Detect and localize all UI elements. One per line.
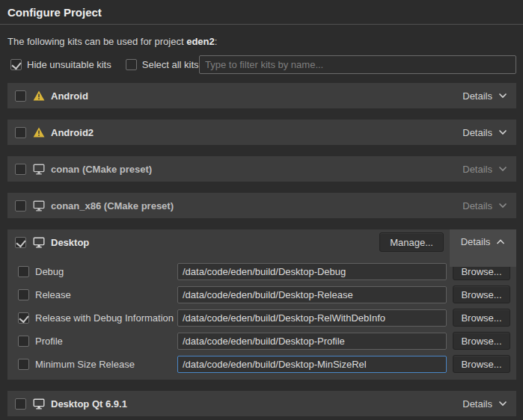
build-config-row-relwithdebinfo: Release with Debug Information Browse... <box>18 309 510 327</box>
kit-checkbox[interactable] <box>15 164 26 175</box>
warning-icon <box>33 90 45 101</box>
details-toggle[interactable]: Details <box>462 164 507 175</box>
desktop-icon <box>33 237 45 248</box>
details-label: Details <box>462 90 492 102</box>
kit-name: Android2 <box>51 127 94 138</box>
kit-checkbox[interactable] <box>15 200 26 211</box>
kit-name: conan_x86 (CMake preset) <box>51 200 174 211</box>
intro-text: The following kits can be used for proje… <box>0 25 523 47</box>
build-dir-input[interactable] <box>177 286 447 303</box>
build-dir-input[interactable] <box>177 263 447 280</box>
build-config-label: Release <box>35 289 71 300</box>
build-config-label: Release with Debug Information <box>35 312 174 324</box>
details-label: Details <box>462 164 492 175</box>
build-config-row-debug: Debug Browse... <box>18 262 510 280</box>
details-label: Details <box>462 200 492 211</box>
details-toggle[interactable]: Details <box>462 398 507 410</box>
build-config-checkbox[interactable] <box>18 266 29 277</box>
intro-after: : <box>215 36 218 47</box>
kit-header[interactable]: conan (CMake preset) Details <box>7 156 516 182</box>
intro-before: The following kits can be used for proje… <box>7 36 186 47</box>
browse-button[interactable]: Browse... <box>453 332 510 350</box>
details-label: Details <box>462 398 492 410</box>
chevron-up-icon <box>496 239 505 245</box>
browse-button[interactable]: Browse... <box>453 355 510 373</box>
details-toggle[interactable]: Details <box>462 127 507 138</box>
build-dir-input[interactable] <box>177 309 447 327</box>
desktop-build-config-list: Debug Browse... Release Browse... Releas… <box>7 255 516 373</box>
kit-header[interactable]: Android Details <box>7 83 516 108</box>
kit-row-android2: Android2 Details <box>7 120 516 145</box>
chevron-down-icon <box>498 93 507 99</box>
build-config-checkbox-group[interactable]: Minimum Size Release <box>18 359 177 370</box>
kit-filter-input[interactable] <box>199 55 516 74</box>
build-config-checkbox-group[interactable]: Release with Debug Information <box>18 312 177 324</box>
hide-unsuitable-checkbox[interactable] <box>10 59 22 70</box>
browse-button[interactable]: Browse... <box>453 285 510 303</box>
select-all-kits-checkbox-group[interactable]: Select all kits <box>126 59 199 70</box>
kit-row-android: Android Details <box>7 83 516 108</box>
kit-row-conan-x86: conan_x86 (CMake preset) Details <box>7 193 516 218</box>
kit-name: conan (CMake preset) <box>51 164 152 175</box>
build-config-label: Minimum Size Release <box>35 359 135 370</box>
kit-checkbox[interactable] <box>15 90 26 102</box>
chevron-down-icon <box>498 166 507 172</box>
kit-row-desktop: Desktop Manage... Details Debug Browse..… <box>7 229 516 380</box>
select-all-checkbox[interactable] <box>126 59 137 70</box>
build-config-row-minsizerel: Minimum Size Release Browse... <box>18 355 510 373</box>
manage-kits-button[interactable]: Manage... <box>379 232 444 252</box>
chevron-down-icon <box>498 401 507 407</box>
build-config-label: Profile <box>35 336 63 347</box>
details-toggle[interactable]: Details <box>461 236 506 247</box>
details-toggle[interactable]: Details <box>462 200 507 211</box>
build-config-checkbox[interactable] <box>18 359 29 370</box>
desktop-icon <box>33 200 45 211</box>
kit-name: Android <box>51 90 88 102</box>
page-header: Configure Project <box>0 0 523 25</box>
project-name: eden2 <box>186 36 215 47</box>
warning-icon <box>33 127 45 138</box>
kit-checkbox[interactable] <box>15 127 26 138</box>
build-config-row-release: Release Browse... <box>18 285 510 303</box>
details-toggle-active-block[interactable]: Details <box>450 229 516 267</box>
build-config-checkbox-group[interactable]: Release <box>18 289 177 300</box>
hide-unsuitable-kits-checkbox-group[interactable]: Hide unsuitable kits <box>10 59 111 70</box>
details-label: Details <box>462 127 492 138</box>
desktop-icon <box>33 398 45 410</box>
details-toggle[interactable]: Details <box>462 90 507 102</box>
select-all-label: Select all kits <box>142 59 199 70</box>
filter-bar: Hide unsuitable kits Select all kits <box>0 47 523 74</box>
chevron-down-icon <box>498 129 507 135</box>
page-title: Configure Project <box>7 6 516 19</box>
build-config-checkbox[interactable] <box>18 336 29 347</box>
kit-name: Desktop <box>51 237 89 248</box>
kit-checkbox[interactable] <box>15 398 26 410</box>
build-config-row-profile: Profile Browse... <box>18 332 510 350</box>
kit-row-desktop-qt-691: Desktop Qt 6.9.1 Details <box>7 391 516 416</box>
chevron-down-icon <box>498 203 507 209</box>
build-config-checkbox[interactable] <box>18 289 29 300</box>
build-dir-input[interactable] <box>177 333 447 350</box>
build-dir-input[interactable] <box>177 356 447 373</box>
kit-header[interactable]: Desktop Manage... Details <box>7 229 516 255</box>
kit-header[interactable]: Desktop Qt 6.9.1 Details <box>7 391 516 416</box>
kit-header[interactable]: conan_x86 (CMake preset) Details <box>7 193 516 218</box>
build-config-checkbox[interactable] <box>18 312 29 324</box>
hide-unsuitable-label: Hide unsuitable kits <box>27 59 111 70</box>
browse-button[interactable]: Browse... <box>453 309 510 327</box>
kit-header[interactable]: Android2 Details <box>7 120 516 145</box>
kit-list: Android Details Android2 Details <box>0 74 523 416</box>
kit-row-conan: conan (CMake preset) Details <box>7 156 516 182</box>
build-config-label: Debug <box>35 266 64 277</box>
kit-name: Desktop Qt 6.9.1 <box>51 398 127 410</box>
desktop-icon <box>33 164 45 175</box>
build-config-checkbox-group[interactable]: Debug <box>18 266 177 277</box>
details-label: Details <box>461 236 491 247</box>
build-config-checkbox-group[interactable]: Profile <box>18 336 177 347</box>
kit-checkbox[interactable] <box>15 237 26 248</box>
